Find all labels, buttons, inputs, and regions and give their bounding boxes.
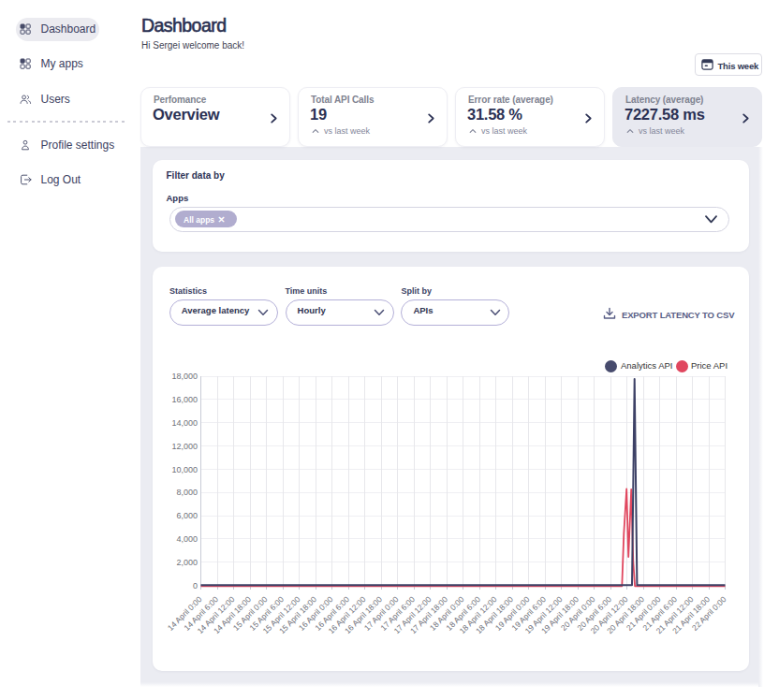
svg-text:14,000: 14,000: [171, 418, 198, 428]
svg-text:18,000: 18,000: [171, 372, 198, 381]
svg-text:12,000: 12,000: [171, 442, 198, 451]
svg-text:8,000: 8,000: [176, 488, 198, 497]
svg-text:2,000: 2,000: [176, 558, 198, 567]
svg-text:6,000: 6,000: [176, 511, 198, 520]
svg-text:0: 0: [193, 581, 198, 591]
svg-text:10,000: 10,000: [171, 465, 198, 474]
svg-text:16,000: 16,000: [171, 395, 198, 404]
svg-text:4,000: 4,000: [176, 534, 198, 544]
